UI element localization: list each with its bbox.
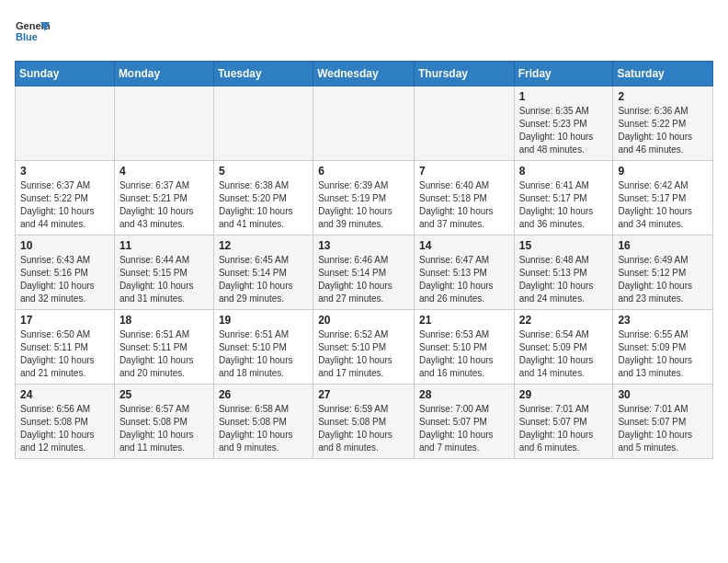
cell-content: Sunrise: 7:01 AM Sunset: 5:07 PM Dayligh… xyxy=(618,403,708,454)
cell-content: Sunrise: 6:43 AM Sunset: 5:16 PM Dayligh… xyxy=(20,254,109,305)
day-number: 4 xyxy=(119,165,209,178)
calendar-cell: 22Sunrise: 6:54 AM Sunset: 5:09 PM Dayli… xyxy=(514,310,613,385)
calendar-cell: 17Sunrise: 6:50 AM Sunset: 5:11 PM Dayli… xyxy=(16,310,115,385)
day-number: 6 xyxy=(318,165,409,178)
calendar-week-2: 3Sunrise: 6:37 AM Sunset: 5:22 PM Daylig… xyxy=(16,161,713,236)
calendar-cell: 16Sunrise: 6:49 AM Sunset: 5:12 PM Dayli… xyxy=(613,236,713,310)
calendar-week-4: 17Sunrise: 6:50 AM Sunset: 5:11 PM Dayli… xyxy=(16,310,713,385)
cell-content: Sunrise: 6:51 AM Sunset: 5:11 PM Dayligh… xyxy=(119,328,209,380)
calendar-body: 1Sunrise: 6:35 AM Sunset: 5:23 PM Daylig… xyxy=(16,86,713,459)
cell-content: Sunrise: 6:39 AM Sunset: 5:19 PM Dayligh… xyxy=(318,179,409,231)
day-number: 20 xyxy=(318,314,409,327)
day-number: 19 xyxy=(219,314,308,327)
calendar-cell: 6Sunrise: 6:39 AM Sunset: 5:19 PM Daylig… xyxy=(313,161,415,236)
calendar-header: SundayMondayTuesdayWednesdayThursdayFrid… xyxy=(16,62,713,86)
calendar-cell: 5Sunrise: 6:38 AM Sunset: 5:20 PM Daylig… xyxy=(213,161,313,236)
day-number: 21 xyxy=(419,314,509,327)
cell-content: Sunrise: 6:35 AM Sunset: 5:23 PM Dayligh… xyxy=(519,105,609,156)
cell-content: Sunrise: 6:56 AM Sunset: 5:08 PM Dayligh… xyxy=(20,403,109,454)
cell-content: Sunrise: 6:50 AM Sunset: 5:11 PM Dayligh… xyxy=(20,328,109,380)
calendar-cell: 8Sunrise: 6:41 AM Sunset: 5:17 PM Daylig… xyxy=(514,161,613,236)
cell-content: Sunrise: 6:44 AM Sunset: 5:15 PM Dayligh… xyxy=(119,254,209,305)
calendar-cell: 10Sunrise: 6:43 AM Sunset: 5:16 PM Dayli… xyxy=(16,236,115,310)
cell-content: Sunrise: 6:40 AM Sunset: 5:18 PM Dayligh… xyxy=(419,179,509,231)
calendar-week-3: 10Sunrise: 6:43 AM Sunset: 5:16 PM Dayli… xyxy=(16,236,713,310)
calendar-cell xyxy=(16,86,115,161)
cell-content: Sunrise: 6:49 AM Sunset: 5:12 PM Dayligh… xyxy=(618,254,708,305)
day-header-tuesday: Tuesday xyxy=(213,62,313,86)
day-number: 7 xyxy=(419,165,509,178)
day-number: 24 xyxy=(20,388,109,401)
calendar-cell: 3Sunrise: 6:37 AM Sunset: 5:22 PM Daylig… xyxy=(16,161,115,236)
logo-icon: General Blue xyxy=(15,15,50,50)
day-header-sunday: Sunday xyxy=(16,62,115,86)
day-number: 3 xyxy=(20,165,109,178)
calendar-cell: 23Sunrise: 6:55 AM Sunset: 5:09 PM Dayli… xyxy=(613,310,713,385)
calendar-cell: 14Sunrise: 6:47 AM Sunset: 5:13 PM Dayli… xyxy=(414,236,514,310)
day-number: 29 xyxy=(519,388,609,401)
calendar-cell: 28Sunrise: 7:00 AM Sunset: 5:07 PM Dayli… xyxy=(414,385,514,459)
day-number: 27 xyxy=(318,388,409,401)
day-header-thursday: Thursday xyxy=(414,62,514,86)
day-header-saturday: Saturday xyxy=(613,62,713,86)
day-header-friday: Friday xyxy=(514,62,613,86)
calendar-cell: 12Sunrise: 6:45 AM Sunset: 5:14 PM Dayli… xyxy=(213,236,313,310)
day-number: 15 xyxy=(519,239,609,252)
calendar-cell: 30Sunrise: 7:01 AM Sunset: 5:07 PM Dayli… xyxy=(613,385,713,459)
cell-content: Sunrise: 6:45 AM Sunset: 5:14 PM Dayligh… xyxy=(219,254,308,305)
cell-content: Sunrise: 6:37 AM Sunset: 5:21 PM Dayligh… xyxy=(119,179,209,231)
day-number: 12 xyxy=(219,239,308,252)
calendar-cell: 15Sunrise: 6:48 AM Sunset: 5:13 PM Dayli… xyxy=(514,236,613,310)
logo: General Blue xyxy=(15,15,53,50)
calendar-cell xyxy=(313,86,415,161)
day-number: 30 xyxy=(618,388,708,401)
calendar-cell: 25Sunrise: 6:57 AM Sunset: 5:08 PM Dayli… xyxy=(114,385,213,459)
calendar-cell: 19Sunrise: 6:51 AM Sunset: 5:10 PM Dayli… xyxy=(213,310,313,385)
cell-content: Sunrise: 6:42 AM Sunset: 5:17 PM Dayligh… xyxy=(618,179,708,231)
day-number: 11 xyxy=(119,239,209,252)
day-header-wednesday: Wednesday xyxy=(313,62,415,86)
day-header-monday: Monday xyxy=(114,62,213,86)
calendar-week-5: 24Sunrise: 6:56 AM Sunset: 5:08 PM Dayli… xyxy=(16,385,713,459)
calendar-cell: 18Sunrise: 6:51 AM Sunset: 5:11 PM Dayli… xyxy=(114,310,213,385)
day-number: 10 xyxy=(20,239,109,252)
day-number: 2 xyxy=(618,90,708,103)
calendar-cell: 24Sunrise: 6:56 AM Sunset: 5:08 PM Dayli… xyxy=(16,385,115,459)
calendar-cell: 4Sunrise: 6:37 AM Sunset: 5:21 PM Daylig… xyxy=(114,161,213,236)
calendar-cell xyxy=(213,86,313,161)
cell-content: Sunrise: 6:51 AM Sunset: 5:10 PM Dayligh… xyxy=(219,328,308,380)
calendar-cell: 2Sunrise: 6:36 AM Sunset: 5:22 PM Daylig… xyxy=(613,86,713,161)
svg-text:Blue: Blue xyxy=(16,31,38,42)
day-number: 22 xyxy=(519,314,609,327)
cell-content: Sunrise: 6:46 AM Sunset: 5:14 PM Dayligh… xyxy=(318,254,409,305)
calendar-week-1: 1Sunrise: 6:35 AM Sunset: 5:23 PM Daylig… xyxy=(16,86,713,161)
day-number: 18 xyxy=(119,314,209,327)
day-number: 14 xyxy=(419,239,509,252)
cell-content: Sunrise: 6:55 AM Sunset: 5:09 PM Dayligh… xyxy=(618,328,708,380)
cell-content: Sunrise: 6:48 AM Sunset: 5:13 PM Dayligh… xyxy=(519,254,609,305)
day-number: 23 xyxy=(618,314,708,327)
day-number: 9 xyxy=(618,165,708,178)
cell-content: Sunrise: 6:58 AM Sunset: 5:08 PM Dayligh… xyxy=(219,403,308,454)
calendar-cell: 29Sunrise: 7:01 AM Sunset: 5:07 PM Dayli… xyxy=(514,385,613,459)
cell-content: Sunrise: 6:38 AM Sunset: 5:20 PM Dayligh… xyxy=(219,179,308,231)
days-of-week-row: SundayMondayTuesdayWednesdayThursdayFrid… xyxy=(16,62,713,86)
cell-content: Sunrise: 7:00 AM Sunset: 5:07 PM Dayligh… xyxy=(419,403,509,454)
day-number: 26 xyxy=(219,388,308,401)
cell-content: Sunrise: 6:54 AM Sunset: 5:09 PM Dayligh… xyxy=(519,328,609,380)
day-number: 28 xyxy=(419,388,509,401)
calendar-cell: 9Sunrise: 6:42 AM Sunset: 5:17 PM Daylig… xyxy=(613,161,713,236)
day-number: 5 xyxy=(219,165,308,178)
cell-content: Sunrise: 6:36 AM Sunset: 5:22 PM Dayligh… xyxy=(618,105,708,156)
day-number: 25 xyxy=(119,388,209,401)
cell-content: Sunrise: 6:37 AM Sunset: 5:22 PM Dayligh… xyxy=(20,179,109,231)
cell-content: Sunrise: 6:53 AM Sunset: 5:10 PM Dayligh… xyxy=(419,328,509,380)
calendar-cell: 20Sunrise: 6:52 AM Sunset: 5:10 PM Dayli… xyxy=(313,310,415,385)
calendar-cell xyxy=(414,86,514,161)
calendar-cell: 7Sunrise: 6:40 AM Sunset: 5:18 PM Daylig… xyxy=(414,161,514,236)
cell-content: Sunrise: 7:01 AM Sunset: 5:07 PM Dayligh… xyxy=(519,403,609,454)
calendar-cell xyxy=(114,86,213,161)
calendar-cell: 27Sunrise: 6:59 AM Sunset: 5:08 PM Dayli… xyxy=(313,385,415,459)
calendar-cell: 1Sunrise: 6:35 AM Sunset: 5:23 PM Daylig… xyxy=(514,86,613,161)
calendar-cell: 21Sunrise: 6:53 AM Sunset: 5:10 PM Dayli… xyxy=(414,310,514,385)
